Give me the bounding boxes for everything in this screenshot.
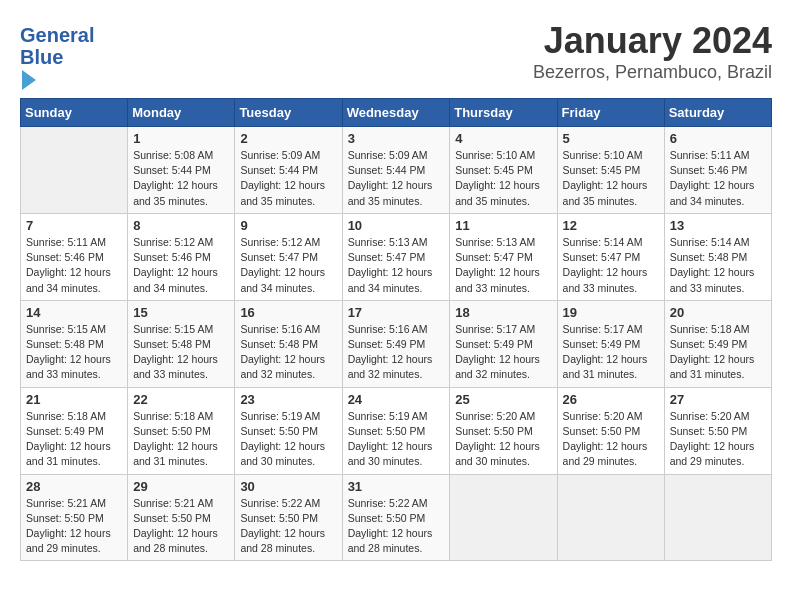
day-number: 16 [240, 305, 336, 320]
calendar-cell: 15Sunrise: 5:15 AMSunset: 5:48 PMDayligh… [128, 300, 235, 387]
day-number: 23 [240, 392, 336, 407]
day-info: Sunrise: 5:13 AMSunset: 5:47 PMDaylight:… [348, 235, 445, 296]
calendar-cell: 30Sunrise: 5:22 AMSunset: 5:50 PMDayligh… [235, 474, 342, 561]
calendar-cell: 31Sunrise: 5:22 AMSunset: 5:50 PMDayligh… [342, 474, 450, 561]
calendar-cell: 23Sunrise: 5:19 AMSunset: 5:50 PMDayligh… [235, 387, 342, 474]
day-number: 9 [240, 218, 336, 233]
subtitle: Bezerros, Pernambuco, Brazil [20, 62, 772, 83]
calendar-cell [664, 474, 771, 561]
day-info: Sunrise: 5:14 AMSunset: 5:47 PMDaylight:… [563, 235, 659, 296]
calendar-header-row: SundayMondayTuesdayWednesdayThursdayFrid… [21, 99, 772, 127]
header-thursday: Thursday [450, 99, 557, 127]
header-monday: Monday [128, 99, 235, 127]
calendar-cell: 13Sunrise: 5:14 AMSunset: 5:48 PMDayligh… [664, 213, 771, 300]
day-number: 13 [670, 218, 766, 233]
day-info: Sunrise: 5:17 AMSunset: 5:49 PMDaylight:… [563, 322, 659, 383]
header-sunday: Sunday [21, 99, 128, 127]
day-number: 1 [133, 131, 229, 146]
day-info: Sunrise: 5:09 AMSunset: 5:44 PMDaylight:… [348, 148, 445, 209]
header: General Blue January 2024 Bezerros, Pern… [20, 20, 772, 90]
calendar-week-3: 14Sunrise: 5:15 AMSunset: 5:48 PMDayligh… [21, 300, 772, 387]
day-number: 8 [133, 218, 229, 233]
day-number: 18 [455, 305, 551, 320]
calendar-cell: 11Sunrise: 5:13 AMSunset: 5:47 PMDayligh… [450, 213, 557, 300]
day-number: 19 [563, 305, 659, 320]
calendar-cell: 21Sunrise: 5:18 AMSunset: 5:49 PMDayligh… [21, 387, 128, 474]
day-number: 12 [563, 218, 659, 233]
calendar-body: 1Sunrise: 5:08 AMSunset: 5:44 PMDaylight… [21, 127, 772, 561]
day-info: Sunrise: 5:15 AMSunset: 5:48 PMDaylight:… [26, 322, 122, 383]
calendar-cell: 2Sunrise: 5:09 AMSunset: 5:44 PMDaylight… [235, 127, 342, 214]
day-number: 21 [26, 392, 122, 407]
calendar-week-2: 7Sunrise: 5:11 AMSunset: 5:46 PMDaylight… [21, 213, 772, 300]
day-number: 6 [670, 131, 766, 146]
logo-arrow-icon [22, 70, 36, 90]
day-info: Sunrise: 5:10 AMSunset: 5:45 PMDaylight:… [563, 148, 659, 209]
day-info: Sunrise: 5:21 AMSunset: 5:50 PMDaylight:… [133, 496, 229, 557]
day-info: Sunrise: 5:16 AMSunset: 5:48 PMDaylight:… [240, 322, 336, 383]
day-info: Sunrise: 5:18 AMSunset: 5:50 PMDaylight:… [133, 409, 229, 470]
day-number: 27 [670, 392, 766, 407]
header-wednesday: Wednesday [342, 99, 450, 127]
day-number: 14 [26, 305, 122, 320]
calendar-cell: 25Sunrise: 5:20 AMSunset: 5:50 PMDayligh… [450, 387, 557, 474]
calendar-cell: 27Sunrise: 5:20 AMSunset: 5:50 PMDayligh… [664, 387, 771, 474]
day-info: Sunrise: 5:10 AMSunset: 5:45 PMDaylight:… [455, 148, 551, 209]
day-info: Sunrise: 5:11 AMSunset: 5:46 PMDaylight:… [670, 148, 766, 209]
day-number: 4 [455, 131, 551, 146]
day-number: 28 [26, 479, 122, 494]
calendar-cell [557, 474, 664, 561]
day-info: Sunrise: 5:20 AMSunset: 5:50 PMDaylight:… [670, 409, 766, 470]
day-number: 22 [133, 392, 229, 407]
day-info: Sunrise: 5:19 AMSunset: 5:50 PMDaylight:… [348, 409, 445, 470]
calendar-cell: 12Sunrise: 5:14 AMSunset: 5:47 PMDayligh… [557, 213, 664, 300]
main-title: January 2024 [20, 20, 772, 62]
day-number: 31 [348, 479, 445, 494]
day-number: 17 [348, 305, 445, 320]
day-info: Sunrise: 5:21 AMSunset: 5:50 PMDaylight:… [26, 496, 122, 557]
day-number: 20 [670, 305, 766, 320]
calendar-cell: 14Sunrise: 5:15 AMSunset: 5:48 PMDayligh… [21, 300, 128, 387]
day-info: Sunrise: 5:17 AMSunset: 5:49 PMDaylight:… [455, 322, 551, 383]
calendar-cell: 16Sunrise: 5:16 AMSunset: 5:48 PMDayligh… [235, 300, 342, 387]
day-number: 5 [563, 131, 659, 146]
calendar-cell: 7Sunrise: 5:11 AMSunset: 5:46 PMDaylight… [21, 213, 128, 300]
day-number: 15 [133, 305, 229, 320]
calendar-cell: 10Sunrise: 5:13 AMSunset: 5:47 PMDayligh… [342, 213, 450, 300]
day-number: 3 [348, 131, 445, 146]
day-number: 30 [240, 479, 336, 494]
day-info: Sunrise: 5:18 AMSunset: 5:49 PMDaylight:… [26, 409, 122, 470]
day-info: Sunrise: 5:22 AMSunset: 5:50 PMDaylight:… [240, 496, 336, 557]
header-friday: Friday [557, 99, 664, 127]
calendar-cell: 19Sunrise: 5:17 AMSunset: 5:49 PMDayligh… [557, 300, 664, 387]
day-info: Sunrise: 5:18 AMSunset: 5:49 PMDaylight:… [670, 322, 766, 383]
calendar-cell: 8Sunrise: 5:12 AMSunset: 5:46 PMDaylight… [128, 213, 235, 300]
day-number: 24 [348, 392, 445, 407]
day-info: Sunrise: 5:20 AMSunset: 5:50 PMDaylight:… [563, 409, 659, 470]
day-info: Sunrise: 5:22 AMSunset: 5:50 PMDaylight:… [348, 496, 445, 557]
calendar-cell: 1Sunrise: 5:08 AMSunset: 5:44 PMDaylight… [128, 127, 235, 214]
calendar-week-1: 1Sunrise: 5:08 AMSunset: 5:44 PMDaylight… [21, 127, 772, 214]
calendar-cell [21, 127, 128, 214]
day-info: Sunrise: 5:16 AMSunset: 5:49 PMDaylight:… [348, 322, 445, 383]
header-tuesday: Tuesday [235, 99, 342, 127]
day-info: Sunrise: 5:12 AMSunset: 5:47 PMDaylight:… [240, 235, 336, 296]
day-number: 29 [133, 479, 229, 494]
calendar-week-5: 28Sunrise: 5:21 AMSunset: 5:50 PMDayligh… [21, 474, 772, 561]
calendar-cell: 17Sunrise: 5:16 AMSunset: 5:49 PMDayligh… [342, 300, 450, 387]
day-info: Sunrise: 5:14 AMSunset: 5:48 PMDaylight:… [670, 235, 766, 296]
day-info: Sunrise: 5:09 AMSunset: 5:44 PMDaylight:… [240, 148, 336, 209]
logo: General Blue [20, 24, 94, 90]
day-number: 26 [563, 392, 659, 407]
calendar-cell: 28Sunrise: 5:21 AMSunset: 5:50 PMDayligh… [21, 474, 128, 561]
calendar-table: SundayMondayTuesdayWednesdayThursdayFrid… [20, 98, 772, 561]
calendar-cell: 3Sunrise: 5:09 AMSunset: 5:44 PMDaylight… [342, 127, 450, 214]
day-info: Sunrise: 5:13 AMSunset: 5:47 PMDaylight:… [455, 235, 551, 296]
calendar-cell [450, 474, 557, 561]
logo-general: General [20, 24, 94, 46]
day-number: 2 [240, 131, 336, 146]
calendar-cell: 20Sunrise: 5:18 AMSunset: 5:49 PMDayligh… [664, 300, 771, 387]
title-area: January 2024 Bezerros, Pernambuco, Brazi… [20, 20, 772, 83]
calendar-week-4: 21Sunrise: 5:18 AMSunset: 5:49 PMDayligh… [21, 387, 772, 474]
calendar-cell: 18Sunrise: 5:17 AMSunset: 5:49 PMDayligh… [450, 300, 557, 387]
